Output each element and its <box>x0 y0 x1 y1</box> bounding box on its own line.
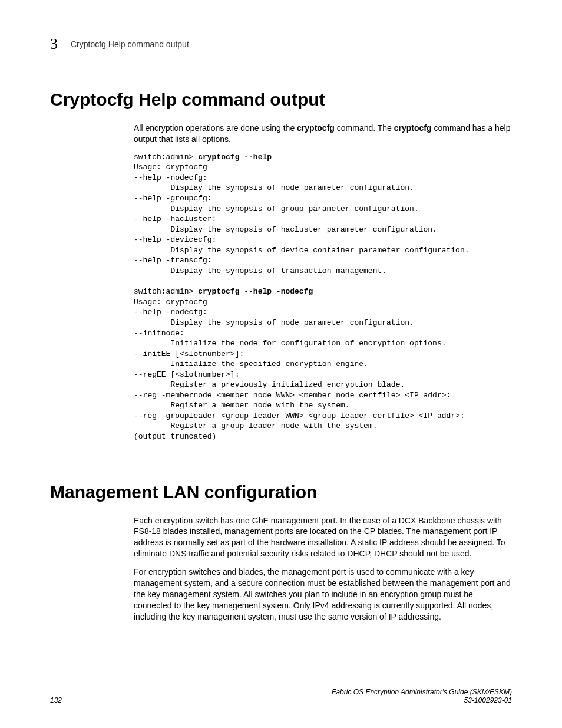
prompt-2: switch:admin> <box>134 287 198 296</box>
chapter-number: 3 <box>50 35 58 53</box>
command-name-2: cryptocfg <box>394 123 432 133</box>
doc-number: 53-1002923-01 <box>332 696 512 704</box>
intro-text-mid: command. The <box>335 123 394 133</box>
section-heading-cryptocfg: Cryptocfg Help command output <box>50 90 512 110</box>
running-title: Cryptocfg Help command output <box>71 39 189 49</box>
intro-text-pre: All encryption operations are done using… <box>134 123 297 133</box>
running-header: 3 Cryptocfg Help command output <box>50 35 512 57</box>
mgmt-paragraph-1: Each encryption switch has one GbE manag… <box>134 515 512 560</box>
doc-title: Fabric OS Encryption Administrator's Gui… <box>332 688 512 696</box>
command-2: cryptocfg --help -nodecfg <box>198 287 313 296</box>
code-block-help: switch:admin> cryptocfg --help Usage: cr… <box>134 152 512 276</box>
code-block-nodecfg: switch:admin> cryptocfg --help -nodecfg … <box>134 286 512 442</box>
page-footer: 132 Fabric OS Encryption Administrator's… <box>50 688 512 704</box>
output-1: Usage: cryptocfg --help -nodecfg: Displa… <box>134 163 470 275</box>
mgmt-paragraph-2: For encryption switches and blades, the … <box>134 566 512 622</box>
section-heading-management-lan: Management LAN configuration <box>50 482 512 502</box>
intro-paragraph: All encryption operations are done using… <box>134 123 512 145</box>
command-1: cryptocfg --help <box>198 153 272 162</box>
output-2: Usage: cryptocfg --help -nodecfg: Displa… <box>134 298 465 441</box>
page-number: 132 <box>50 696 62 704</box>
command-name-1: cryptocfg <box>297 123 335 133</box>
prompt-1: switch:admin> <box>134 153 198 162</box>
